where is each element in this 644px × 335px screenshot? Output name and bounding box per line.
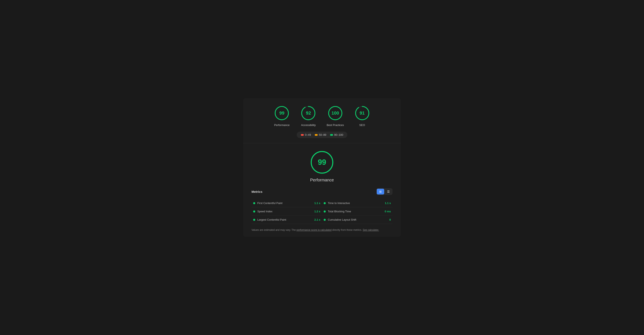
score-value-best-practices: 100 xyxy=(332,110,339,116)
metrics-grid: First Contentful Paint 1.1 s Time to Int… xyxy=(252,199,392,224)
metric-name-tti: Time to Interactive xyxy=(328,202,385,205)
metric-dot-tbt xyxy=(324,210,326,213)
lighthouse-card: 99 Performance 92 Accessibility 100 Best xyxy=(243,98,401,237)
legend-mid-label: 50–89 xyxy=(319,133,326,136)
legend-pill: 0–49 50–89 90–100 xyxy=(297,132,347,138)
big-score-label: Performance xyxy=(310,178,334,182)
metric-value-cls: 0 xyxy=(390,218,391,221)
score-value-seo: 91 xyxy=(360,110,364,116)
footnote-text: Values are estimated and may vary. The xyxy=(252,228,296,231)
metric-row-tbt: Total Blocking Time 0 ms xyxy=(322,207,392,216)
list-view-button[interactable]: ☰ xyxy=(384,189,392,194)
score-label-seo: SEO xyxy=(359,124,365,127)
big-score-value: 99 xyxy=(318,158,326,167)
score-circle-accessibility: 92 xyxy=(300,105,316,121)
score-item-best-practices: 100 Best Practices xyxy=(326,105,344,127)
score-circle-performance: 99 xyxy=(274,105,290,121)
top-section: 99 Performance 92 Accessibility 100 Best xyxy=(243,98,401,143)
metric-value-fcp: 1.1 s xyxy=(314,202,320,205)
legend-high: 90–100 xyxy=(330,133,343,136)
metrics-header: Metrics ⊞ ☰ xyxy=(252,188,392,195)
grid-icon: ⊞ xyxy=(379,190,382,193)
metric-row-cls: Cumulative Layout Shift 0 xyxy=(322,216,392,224)
metric-value-tti: 1.1 s xyxy=(385,202,391,205)
list-icon: ☰ xyxy=(387,190,390,193)
bottom-section: 99 Performance Metrics ⊞ ☰ First Content… xyxy=(243,143,401,237)
scores-row: 99 Performance 92 Accessibility 100 Best xyxy=(252,105,392,127)
legend-dot-orange xyxy=(315,134,318,136)
footnote-mid: directly from these metrics. xyxy=(332,228,363,231)
big-score-circle: 99 xyxy=(310,150,334,175)
metrics-title: Metrics xyxy=(252,190,262,193)
metric-name-tbt: Total Blocking Time xyxy=(328,210,384,213)
legend-low: 0–49 xyxy=(301,133,311,136)
metric-dot-si xyxy=(253,210,255,213)
legend-dot-red xyxy=(301,134,304,136)
score-label-best-practices: Best Practices xyxy=(326,124,344,127)
metric-name-lcp: Largest Contentful Paint xyxy=(257,218,314,221)
metric-row-tti: Time to Interactive 1.1 s xyxy=(322,199,392,207)
legend-row: 0–49 50–89 90–100 xyxy=(252,132,392,138)
score-circle-seo: 91 xyxy=(354,105,370,121)
score-value-accessibility: 92 xyxy=(306,110,311,116)
performance-score-link[interactable]: performance score is calculated xyxy=(296,228,332,231)
metric-dot-lcp xyxy=(253,219,255,221)
score-item-performance: 99 Performance xyxy=(274,105,290,127)
score-label-performance: Performance xyxy=(274,124,290,127)
metric-row-fcp: First Contentful Paint 1.1 s xyxy=(252,199,322,207)
legend-low-label: 0–49 xyxy=(305,133,311,136)
metric-dot-cls xyxy=(324,219,326,221)
calculator-link[interactable]: See calculator. xyxy=(363,228,379,231)
metric-name-cls: Cumulative Layout Shift xyxy=(328,218,390,221)
metric-name-fcp: First Contentful Paint xyxy=(257,202,314,205)
metric-value-si: 1.2 s xyxy=(314,210,320,213)
metric-row-lcp: Largest Contentful Paint 2.1 s xyxy=(252,216,322,224)
grid-view-button[interactable]: ⊞ xyxy=(377,189,384,194)
legend-dot-green xyxy=(330,134,333,136)
big-score-container: 99 Performance xyxy=(252,150,392,182)
view-toggle: ⊞ ☰ xyxy=(376,188,392,195)
score-circle-best-practices: 100 xyxy=(327,105,344,121)
legend-mid: 50–89 xyxy=(315,133,326,136)
metric-name-si: Speed Index xyxy=(257,210,314,213)
score-item-seo: 91 SEO xyxy=(354,105,370,127)
metric-value-tbt: 0 ms xyxy=(384,210,391,213)
metric-row-si: Speed Index 1.2 s xyxy=(252,207,322,216)
metric-dot-fcp xyxy=(253,202,255,204)
score-label-accessibility: Accessibility xyxy=(301,124,316,127)
score-item-accessibility: 92 Accessibility xyxy=(300,105,316,127)
legend-high-label: 90–100 xyxy=(334,133,343,136)
footnote: Values are estimated and may vary. The p… xyxy=(252,228,392,232)
metric-dot-tti xyxy=(324,202,326,204)
score-value-performance: 99 xyxy=(279,110,284,116)
metric-value-lcp: 2.1 s xyxy=(314,218,320,221)
